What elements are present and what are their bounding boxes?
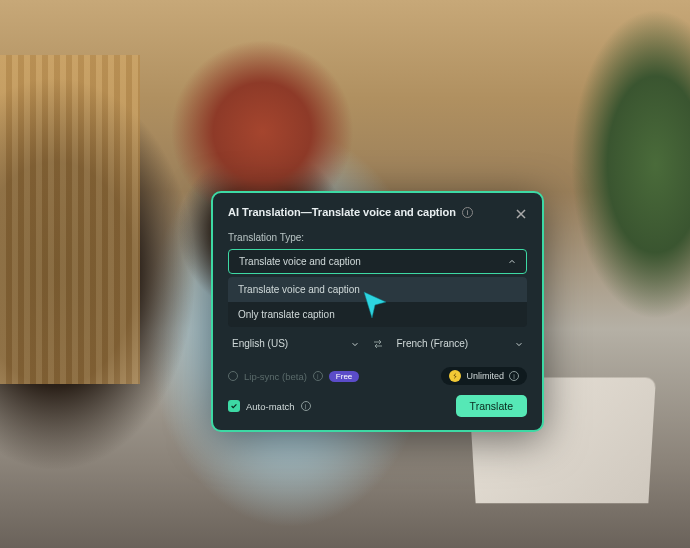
dialog-title: AI Translation—Translate voice and capti…: [228, 206, 456, 218]
info-icon[interactable]: i: [462, 207, 473, 218]
unlimited-label: Unlimited: [466, 371, 504, 381]
info-icon[interactable]: i: [509, 371, 519, 381]
language-row: English (US) French (France): [228, 334, 527, 353]
chevron-down-icon: [515, 340, 523, 348]
lightning-icon: [449, 370, 461, 382]
translate-button[interactable]: Translate: [456, 395, 527, 417]
dialog-header: AI Translation—Translate voice and capti…: [228, 206, 527, 218]
translation-type-select[interactable]: Translate voice and caption: [228, 249, 527, 274]
lip-sync-option[interactable]: Lip-sync (beta) i Free: [228, 371, 359, 382]
translation-type-value: Translate voice and caption: [239, 256, 361, 267]
source-language-value: English (US): [232, 338, 288, 349]
lip-sync-label: Lip-sync (beta): [244, 371, 307, 382]
target-language-select[interactable]: French (France): [393, 334, 528, 353]
unlimited-badge[interactable]: Unlimited i: [441, 367, 527, 385]
info-icon[interactable]: i: [313, 371, 323, 381]
chevron-down-icon: [351, 340, 359, 348]
radio-icon: [228, 371, 238, 381]
info-icon[interactable]: i: [301, 401, 311, 411]
footer-row: Auto-match i Translate: [228, 395, 527, 417]
options-row: Lip-sync (beta) i Free Unlimited i: [228, 367, 527, 385]
auto-match-checkbox[interactable]: Auto-match i: [228, 400, 311, 412]
chevron-up-icon: [508, 258, 516, 266]
source-language-select[interactable]: English (US): [228, 334, 363, 353]
target-language-value: French (France): [397, 338, 469, 349]
free-badge: Free: [329, 371, 359, 382]
auto-match-label: Auto-match: [246, 401, 295, 412]
checkmark-icon: [228, 400, 240, 412]
dialog-title-wrap: AI Translation—Translate voice and capti…: [228, 206, 473, 218]
close-icon[interactable]: [515, 206, 527, 218]
cursor-pointer-icon: [360, 290, 390, 320]
swap-languages-icon[interactable]: [371, 337, 385, 351]
translation-type-label: Translation Type:: [228, 232, 527, 243]
